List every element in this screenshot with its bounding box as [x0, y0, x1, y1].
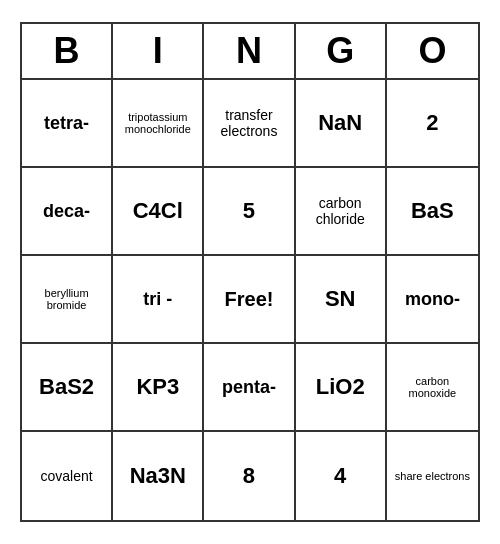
cell-content: deca-: [28, 201, 105, 222]
cell-content: transfer electrons: [210, 107, 287, 139]
bingo-cell-0-2: transfer electrons: [204, 80, 295, 168]
cell-content: carbon chloride: [302, 195, 379, 227]
cell-content: mono-: [393, 289, 472, 310]
bingo-cell-0-3: NaN: [296, 80, 387, 168]
cell-content: 4: [302, 463, 379, 489]
cell-content: covalent: [28, 468, 105, 484]
bingo-cell-3-0: BaS2: [22, 344, 113, 432]
bingo-cell-2-3: SN: [296, 256, 387, 344]
bingo-grid: tetra-tripotassium monochloridetransfer …: [22, 80, 478, 520]
header-letter-n: N: [204, 24, 295, 78]
cell-content: carbon monoxide: [393, 375, 472, 399]
cell-content: Na3N: [119, 463, 196, 489]
cell-content: NaN: [302, 110, 379, 136]
bingo-cell-1-1: C4Cl: [113, 168, 204, 256]
bingo-cell-0-4: 2: [387, 80, 478, 168]
cell-content: 8: [210, 463, 287, 489]
bingo-cell-4-4: share electrons: [387, 432, 478, 520]
bingo-cell-0-0: tetra-: [22, 80, 113, 168]
bingo-card: BINGO tetra-tripotassium monochloridetra…: [20, 22, 480, 522]
bingo-cell-2-2: Free!: [204, 256, 295, 344]
bingo-cell-2-4: mono-: [387, 256, 478, 344]
bingo-cell-3-3: LiO2: [296, 344, 387, 432]
cell-content: 5: [210, 198, 287, 224]
cell-content: 2: [393, 110, 472, 136]
cell-content: BaS2: [28, 374, 105, 400]
bingo-cell-2-1: tri -: [113, 256, 204, 344]
cell-content: share electrons: [393, 470, 472, 482]
bingo-cell-3-1: KP3: [113, 344, 204, 432]
bingo-cell-0-1: tripotassium monochloride: [113, 80, 204, 168]
cell-content: C4Cl: [119, 198, 196, 224]
header-letter-b: B: [22, 24, 113, 78]
bingo-cell-4-3: 4: [296, 432, 387, 520]
cell-content: penta-: [210, 377, 287, 398]
bingo-cell-1-0: deca-: [22, 168, 113, 256]
cell-content: KP3: [119, 374, 196, 400]
cell-content: tri -: [119, 289, 196, 310]
cell-content: SN: [302, 286, 379, 312]
cell-content: beryllium bromide: [28, 287, 105, 311]
bingo-cell-4-0: covalent: [22, 432, 113, 520]
bingo-cell-4-2: 8: [204, 432, 295, 520]
bingo-cell-1-3: carbon chloride: [296, 168, 387, 256]
cell-content: tripotassium monochloride: [119, 111, 196, 135]
header-letter-o: O: [387, 24, 478, 78]
cell-content: BaS: [393, 198, 472, 224]
header-letter-i: I: [113, 24, 204, 78]
cell-content: LiO2: [302, 374, 379, 400]
bingo-cell-2-0: beryllium bromide: [22, 256, 113, 344]
bingo-cell-4-1: Na3N: [113, 432, 204, 520]
bingo-cell-1-2: 5: [204, 168, 295, 256]
bingo-cell-3-4: carbon monoxide: [387, 344, 478, 432]
cell-content: Free!: [210, 288, 287, 311]
cell-content: tetra-: [28, 113, 105, 134]
header-letter-g: G: [296, 24, 387, 78]
bingo-cell-1-4: BaS: [387, 168, 478, 256]
bingo-cell-3-2: penta-: [204, 344, 295, 432]
bingo-header: BINGO: [22, 24, 478, 80]
